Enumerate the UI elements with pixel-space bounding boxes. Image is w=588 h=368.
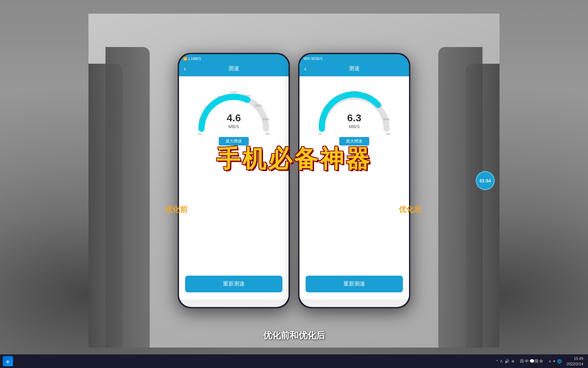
video-content-area: 📶 1.1MB/S ‹ 测速 <box>88 14 500 348</box>
svg-text:300K: 300K <box>383 118 390 121</box>
svg-text:0M: 0M <box>386 132 391 136</box>
svg-text:80K: 80K <box>217 95 223 99</box>
notification-area: ∧ ✦ 🌐 <box>549 359 562 364</box>
opt-label-after: 优化后 <box>399 204 421 215</box>
phone-left-gauge: 0K 20K 50K 80K 120K 150K 200K 300K 0M 4 <box>195 85 273 136</box>
retest-btn-right[interactable]: 重新测速 <box>306 276 403 292</box>
opt-label-before: 优化前 <box>165 204 187 215</box>
speed-right-value: 6.3 <box>347 112 361 123</box>
svg-text:200K: 200K <box>255 104 262 107</box>
person-far-right <box>466 64 500 348</box>
gauge-right-svg: 0K 20K 50K 80K 170K 150K 200K 300K 0M 6 <box>315 85 393 136</box>
phone-left-header: ‹ 测速 <box>179 63 289 76</box>
timer-circle: 01:54 <box>476 171 495 190</box>
phone-right-title: 测速 <box>349 65 360 72</box>
max-speed-btn-right[interactable]: 最大网速 <box>339 137 369 145</box>
phone-right-status-left: WiFi 955B/S <box>304 57 323 61</box>
phone-right-gauge: 0K 20K 50K 80K 170K 150K 200K 300K 0M 6 <box>315 85 393 136</box>
phone-left-screen: 📶 1.1MB/S ‹ 测速 <box>179 54 289 307</box>
svg-text:MB/S: MB/S <box>349 124 360 129</box>
max-speed-btn-left[interactable]: 最大网速 <box>219 137 249 145</box>
svg-text:0M: 0M <box>266 132 270 136</box>
phone-right-header: ‹ 测速 <box>299 63 409 76</box>
chevron-up-icon: ∧ <box>549 359 551 364</box>
retest-btn-left[interactable]: 重新测速 <box>185 276 282 292</box>
phone-left-gauge-area: 0K 20K 50K 80K 120K 150K 200K 300K 0M 4 <box>179 76 289 145</box>
svg-text:MB/S: MB/S <box>228 124 239 129</box>
tray-battery-icon: ⊕ <box>511 359 514 364</box>
phone-left-title: 测速 <box>228 65 239 72</box>
phone-left-content: 0K 20K 50K 80K 120K 150K 200K 300K 0M 4 <box>179 76 289 299</box>
taskbar-left: e <box>3 356 13 366</box>
back-arrow-left-icon[interactable]: ‹ <box>184 65 186 73</box>
svg-text:20K: 20K <box>319 118 325 121</box>
svg-text:0K: 0K <box>198 132 201 136</box>
svg-text:200K: 200K <box>375 104 382 107</box>
timer-value: 01:54 <box>479 178 491 183</box>
phone-left-status-left: 📶 1.1MB/S <box>183 57 201 61</box>
gauge-left-svg: 0K 20K 50K 80K 120K 150K 200K 300K 0M 4 <box>195 85 273 136</box>
tray-volume-icon: 🔊 <box>505 359 509 364</box>
back-arrow-right-icon[interactable]: ‹ <box>304 65 307 73</box>
svg-text:150K: 150K <box>364 94 371 97</box>
input-lang-label: 中 <box>525 358 529 364</box>
edge-browser-icon[interactable]: e <box>3 356 13 366</box>
svg-text:80K: 80K <box>338 95 343 99</box>
system-tray: ^ Λ 🔊 ⊕ <box>496 359 515 364</box>
input-method-area: 田 中 🗨️简 ⚙ <box>517 358 546 364</box>
settings-gear-icon[interactable]: ⚙ <box>539 359 543 364</box>
svg-text:120K: 120K <box>230 90 237 94</box>
taskbar-right: ^ Λ 🔊 ⊕ 田 中 🗨️简 ⚙ ∧ ✦ 🌐 15:49 2022/2/14 <box>496 356 585 367</box>
edge-icon-letter: e <box>6 358 9 364</box>
phone-left-statusbar: 📶 1.1MB/S <box>179 54 289 63</box>
svg-text:150K: 150K <box>244 94 251 97</box>
phone-right-statusbar: WiFi 955B/S <box>299 54 409 63</box>
phone-right-content: 0K 20K 50K 80K 170K 150K 200K 300K 0M 6 <box>299 76 409 299</box>
phone-right: WiFi 955B/S ‹ 测速 <box>298 53 410 308</box>
phone-left: 📶 1.1MB/S ‹ 测速 <box>178 53 290 308</box>
input-simplify-label: 🗨️简 <box>529 358 539 364</box>
tray-caret-icon: ^ <box>496 359 498 363</box>
datetime-area: 15:49 2022/2/14 <box>565 356 585 367</box>
phone-right-gauge-area: 0K 20K 50K 80K 170K 150K 200K 300K 0M 6 <box>299 76 409 145</box>
time-display: 15:49 <box>567 356 583 362</box>
svg-text:20K: 20K <box>199 118 204 121</box>
svg-text:50K: 50K <box>205 105 210 108</box>
svg-text:0K: 0K <box>318 132 322 136</box>
bluetooth-icon: ✦ <box>553 359 556 364</box>
input-mode-chinese-icon: 田 <box>520 358 524 364</box>
phones-container: 📶 1.1MB/S ‹ 测速 <box>143 14 445 348</box>
network-status-icon: 🌐 <box>557 359 562 364</box>
svg-text:300K: 300K <box>262 118 270 121</box>
subtitle: 优化前和优化后 <box>88 329 500 341</box>
svg-text:50K: 50K <box>325 105 331 108</box>
tray-network-icon: Λ <box>500 359 503 363</box>
taskbar: e ^ Λ 🔊 ⊕ 田 中 🗨️简 ⚙ ∧ ✦ 🌐 15:49 2022/2/1… <box>0 354 588 368</box>
svg-text:170K: 170K <box>350 90 358 94</box>
date-display: 2022/2/14 <box>567 361 583 367</box>
speed-left-value: 4.6 <box>227 112 241 123</box>
phone-right-screen: WiFi 955B/S ‹ 测速 <box>299 54 409 307</box>
